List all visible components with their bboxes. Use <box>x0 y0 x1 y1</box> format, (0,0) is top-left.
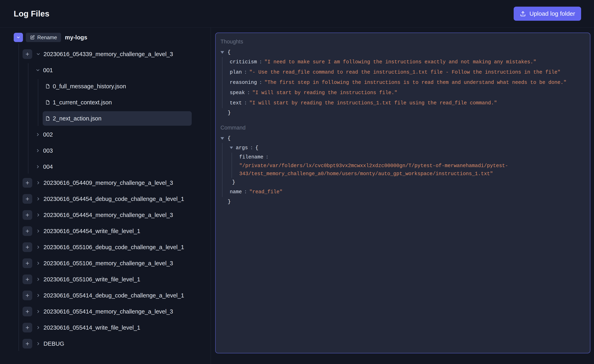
folder-label: 20230616_055106_debug_code_challenge_a_l… <box>43 244 184 251</box>
json-entry-text: text:I will start by reading the instruc… <box>230 98 585 108</box>
add-button[interactable]: + <box>23 291 32 300</box>
rename-button-label: Rename <box>37 34 57 41</box>
file-tree: + 20230616_054339_memory_challenge_a_lev… <box>0 47 211 351</box>
tree-run-002[interactable]: 002 <box>0 127 211 142</box>
json-children: criticism:I need to make sure I am follo… <box>222 57 585 108</box>
upload-log-folder-button[interactable]: Upload log folder <box>514 7 581 21</box>
tree-file-next-action-selected[interactable]: 2_next_action.json <box>43 111 192 126</box>
add-button[interactable]: + <box>23 274 32 284</box>
tree-folder[interactable]: + 20230616_055106_memory_challenge_a_lev… <box>0 256 211 271</box>
tree-folder-expanded[interactable]: + 20230616_054339_memory_challenge_a_lev… <box>0 47 211 61</box>
collapse-triangle-icon[interactable] <box>221 51 224 54</box>
json-entry-name: name:read_file <box>230 187 585 197</box>
tree-folder-debug[interactable]: + DEBUG <box>0 337 211 351</box>
file-icon <box>45 100 50 105</box>
json-value: I will start by reading the instructions… <box>252 90 397 96</box>
add-button[interactable]: + <box>23 258 32 268</box>
collapse-triangle-icon[interactable] <box>221 137 224 140</box>
open-brace: { <box>228 49 230 55</box>
folder-label: 20230616_054339_memory_challenge_a_level… <box>43 51 173 58</box>
chevron-right-icon <box>36 309 41 314</box>
json-entry-plan: plan:- Use the read_file command to read… <box>230 67 585 78</box>
run-label: 002 <box>43 131 53 138</box>
thoughts-section: Thoughts { criticism:I need to make sure… <box>221 39 585 117</box>
json-entry-reasoning: reasoning:The first step in following th… <box>230 78 585 88</box>
json-key: name <box>230 189 242 195</box>
add-button[interactable]: + <box>23 307 32 316</box>
chevron-right-icon <box>36 293 41 298</box>
root-controls: Rename my-logs <box>14 33 211 42</box>
collapse-all-button[interactable] <box>14 33 23 42</box>
tree-folder[interactable]: + 20230616_055414_debug_code_challenge_a… <box>0 288 211 303</box>
add-button[interactable]: + <box>23 49 32 59</box>
upload-icon <box>520 10 526 17</box>
tree-folder[interactable]: + 20230616_054409_memory_challenge_a_lev… <box>0 176 211 190</box>
content: Rename my-logs + 20230616_054339_memory_… <box>0 27 594 364</box>
root-folder-name: my-logs <box>65 34 87 41</box>
tree-folder[interactable]: + 20230616_055414_write_file_level_1 <box>0 320 211 335</box>
run-label: 001 <box>43 67 53 74</box>
chevron-right-icon <box>36 261 41 266</box>
file-icon <box>45 84 50 89</box>
tree-folder[interactable]: + 20230616_054454_write_file_level_1 <box>0 224 211 238</box>
add-button[interactable]: + <box>23 210 32 220</box>
chevron-right-icon <box>36 213 41 217</box>
json-value-filename: /private/var/folders/lx/cvc0bpt93vx2mcwx… <box>239 162 510 178</box>
json-entry-filename: filename: <box>239 153 585 162</box>
json-value: - Use the read_file command to read the … <box>249 69 560 75</box>
add-button[interactable]: + <box>23 194 32 204</box>
tree-folder[interactable]: + 20230616_054454_debug_code_challenge_a… <box>0 192 211 206</box>
add-button[interactable]: + <box>23 226 32 236</box>
thoughts-label: Thoughts <box>221 39 585 45</box>
tree-run-004[interactable]: 004 <box>0 159 211 174</box>
json-entry-speak: speak:I will start by reading the instru… <box>230 88 585 98</box>
folder-label: 20230616_055414_memory_challenge_a_level… <box>43 308 173 315</box>
add-button[interactable]: + <box>23 242 32 252</box>
open-brace: { <box>228 136 230 141</box>
chevron-right-icon <box>36 277 41 282</box>
file-label: 0_full_message_history.json <box>53 83 126 90</box>
json-colon: : <box>244 100 247 106</box>
tree-folder[interactable]: + 20230616_055106_debug_code_challenge_a… <box>0 240 211 254</box>
main-area: Thoughts { criticism:I need to make sure… <box>211 27 594 364</box>
collapse-triangle-icon[interactable] <box>230 147 233 149</box>
tree-folder[interactable]: + 20230616_055106_write_file_level_1 <box>0 272 211 286</box>
json-value: I will start by reading the instructions… <box>249 100 497 106</box>
edit-pencil-icon <box>30 35 35 40</box>
tree-folder[interactable]: + 20230616_055414_memory_challenge_a_lev… <box>0 304 211 319</box>
chevron-right-icon <box>35 164 40 169</box>
close-brace: } <box>228 199 231 205</box>
json-key: filename <box>239 154 263 160</box>
log-viewer-panel: Thoughts { criticism:I need to make sure… <box>215 32 590 353</box>
folder-label: 20230616_055106_write_file_level_1 <box>43 276 140 283</box>
tree-folder[interactable]: + 20230616_054454_memory_challenge_a_lev… <box>0 208 211 222</box>
json-value: I need to make sure I am following the i… <box>264 59 536 65</box>
json-key: reasoning <box>230 80 257 85</box>
tree-file-full-message-history[interactable]: 0_full_message_history.json <box>43 79 192 93</box>
json-key: plan <box>230 69 242 75</box>
file-icon <box>45 116 50 121</box>
command-label: Command <box>221 125 585 131</box>
rename-button[interactable]: Rename <box>26 33 61 42</box>
json-children: args:{ filename: /private/var/folders/lx… <box>222 143 585 197</box>
chevron-right-icon <box>36 341 41 346</box>
folder-label: DEBUG <box>43 340 64 347</box>
add-button[interactable]: + <box>23 323 32 332</box>
json-key: args <box>236 145 248 151</box>
upload-button-label: Upload log folder <box>529 10 575 17</box>
json-key: speak <box>230 90 245 96</box>
json-value: The first step in following the instruct… <box>264 80 567 85</box>
json-root-close: } <box>221 108 585 117</box>
chevron-right-icon <box>35 132 40 137</box>
tree-file-current-context[interactable]: 1_current_context.json <box>43 95 192 110</box>
tree-run-001[interactable]: 001 <box>0 63 211 78</box>
chevron-right-icon <box>36 229 41 234</box>
tree-guide-level2 <box>38 79 38 126</box>
add-button[interactable]: + <box>23 339 32 349</box>
tree-run-003[interactable]: 003 <box>0 143 211 158</box>
json-children-args: filename: /private/var/folders/lx/cvc0bp… <box>232 153 585 178</box>
close-brace: } <box>228 110 231 116</box>
add-button[interactable]: + <box>23 178 32 188</box>
header: Log Files Upload log folder <box>0 0 594 27</box>
chevron-down-icon <box>16 35 20 40</box>
